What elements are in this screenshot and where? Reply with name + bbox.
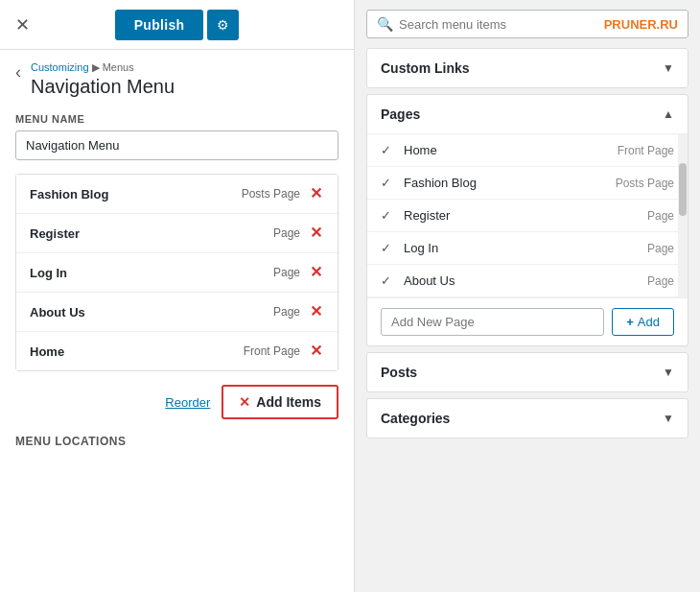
check-icon: ✓	[381, 143, 394, 157]
categories-section: Categories ▼	[366, 398, 688, 438]
add-page-button[interactable]: + Add	[612, 308, 674, 336]
menu-name-input[interactable]	[15, 130, 338, 160]
page-name: Fashion Blog	[404, 176, 616, 190]
publish-button[interactable]: Publish	[115, 10, 204, 40]
menu-item-type: Page	[273, 226, 300, 240]
close-button[interactable]: ✕	[12, 12, 34, 37]
menu-item-type: Front Page	[244, 344, 300, 358]
search-bar: 🔍 PRUNER.RU	[366, 10, 688, 38]
remove-about-button[interactable]: ✕	[308, 304, 324, 320]
menu-item-name: Fashion Blog	[30, 187, 108, 201]
page-item: ✓ Register Page	[367, 200, 688, 232]
panel-title: Navigation Menu	[31, 76, 175, 98]
panel-body: Menu Name Fashion Blog Posts Page ✕ Regi…	[0, 98, 354, 592]
breadcrumb-separator: ▶	[92, 61, 103, 73]
gear-icon: ⚙	[217, 17, 229, 33]
categories-header[interactable]: Categories ▼	[367, 399, 688, 438]
custom-links-section: Custom Links ▼	[366, 48, 688, 88]
add-items-button[interactable]: ✕ Add Items	[222, 385, 338, 419]
menu-item: Fashion Blog Posts Page ✕	[16, 175, 338, 214]
menu-item-type: Page	[273, 266, 300, 279]
page-item: ✓ Home Front Page	[367, 134, 688, 167]
chevron-down-icon: ▼	[663, 61, 674, 75]
menu-item-right: Page ✕	[273, 304, 324, 320]
menu-item: Home Front Page ✕	[16, 332, 338, 370]
remove-home-button[interactable]: ✕	[308, 343, 324, 359]
add-new-page-input[interactable]	[381, 308, 604, 336]
remove-fashion-blog-button[interactable]: ✕	[308, 186, 324, 201]
reorder-button[interactable]: Reorder	[165, 395, 210, 410]
page-item: ✓ Log In Page	[367, 232, 688, 265]
menu-item-type: Posts Page	[242, 187, 300, 201]
chevron-up-icon: ▲	[663, 107, 674, 121]
check-icon: ✓	[381, 241, 394, 255]
breadcrumb-current: Menus	[103, 61, 134, 73]
posts-label: Posts	[381, 365, 417, 380]
plus-icon: +	[626, 315, 634, 329]
page-type: Page	[647, 242, 674, 255]
left-panel: ✕ Publish ⚙ ‹ Customizing ▶ Menus Naviga…	[0, 0, 355, 592]
menu-item-right: Page ✕	[273, 265, 324, 280]
custom-links-header[interactable]: Custom Links ▼	[367, 49, 688, 87]
categories-label: Categories	[381, 411, 450, 426]
back-button[interactable]: ‹	[15, 63, 21, 81]
page-type: Posts Page	[616, 177, 674, 190]
search-icon: 🔍	[377, 16, 393, 32]
chevron-down-icon: ▼	[663, 412, 674, 425]
page-type: Page	[647, 274, 674, 288]
menu-name-label: Menu Name	[15, 113, 338, 125]
menu-item-name: Log In	[30, 266, 67, 280]
menu-item: Register Page ✕	[16, 214, 338, 253]
menu-item-right: Front Page ✕	[244, 343, 324, 359]
page-name: Log In	[404, 241, 647, 255]
pages-label: Pages	[381, 107, 420, 122]
remove-login-button[interactable]: ✕	[308, 265, 324, 280]
right-scroll-area: Custom Links ▼ Pages ▲ ✓ Home Front Page…	[355, 48, 700, 592]
posts-header[interactable]: Posts ▼	[367, 353, 688, 391]
settings-button[interactable]: ⚙	[207, 10, 239, 40]
menu-item-name: Home	[30, 344, 64, 359]
menu-item-type: Page	[273, 305, 300, 319]
menu-item-name: Register	[30, 226, 80, 241]
pages-section: Pages ▲ ✓ Home Front Page ✓ Fashion Blog…	[366, 94, 688, 346]
menu-actions: Reorder ✕ Add Items	[15, 385, 338, 419]
custom-links-label: Custom Links	[381, 60, 470, 76]
right-panel: 🔍 PRUNER.RU Custom Links ▼ Pages ▲ ✓ Hom…	[355, 0, 700, 592]
add-button-label: Add	[638, 315, 660, 329]
menu-item-right: Page ✕	[273, 225, 324, 241]
breadcrumb-area: ‹ Customizing ▶ Menus Navigation Menu	[0, 50, 354, 98]
breadcrumb-path: Customizing ▶ Menus	[31, 61, 175, 74]
page-item: ✓ Fashion Blog Posts Page	[367, 167, 688, 200]
breadcrumb: Customizing ▶ Menus Navigation Menu	[31, 61, 175, 98]
check-icon: ✓	[381, 208, 394, 223]
menu-items-list: Fashion Blog Posts Page ✕ Register Page …	[15, 174, 338, 371]
check-icon: ✓	[381, 176, 394, 190]
page-item: ✓ About Us Page	[367, 265, 688, 297]
menu-item-name: About Us	[30, 305, 85, 320]
search-input[interactable]	[399, 17, 604, 32]
menu-item: About Us Page ✕	[16, 293, 338, 332]
page-name: Home	[404, 143, 618, 157]
page-name: Register	[404, 208, 647, 223]
add-items-label: Add Items	[256, 394, 321, 410]
menu-item: Log In Page ✕	[16, 253, 338, 293]
top-bar: ✕ Publish ⚙	[0, 0, 354, 50]
brand-text: PRUNER.RU	[604, 17, 678, 32]
pages-header[interactable]: Pages ▲	[367, 95, 688, 134]
chevron-down-icon: ▼	[663, 366, 674, 379]
menu-item-right: Posts Page ✕	[242, 186, 324, 201]
menu-locations-label: Menu Locations	[15, 435, 338, 448]
check-icon: ✓	[381, 273, 394, 288]
pages-list: ✓ Home Front Page ✓ Fashion Blog Posts P…	[367, 134, 688, 297]
page-type: Front Page	[618, 144, 674, 157]
posts-section: Posts ▼	[366, 352, 688, 392]
page-type: Page	[647, 209, 674, 223]
add-page-row: + Add	[367, 297, 688, 345]
breadcrumb-parent-link[interactable]: Customizing	[31, 61, 89, 73]
x-icon: ✕	[239, 394, 250, 410]
page-name: About Us	[404, 273, 647, 288]
remove-register-button[interactable]: ✕	[308, 225, 324, 241]
